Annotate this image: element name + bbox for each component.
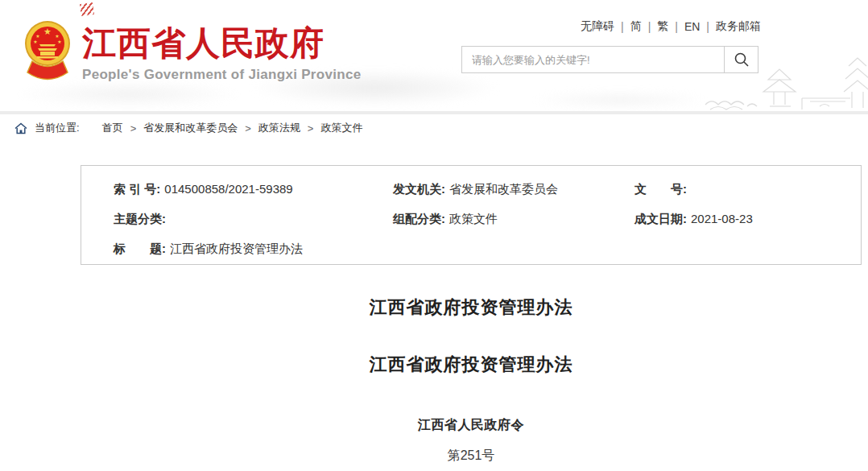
- svg-text:★: ★: [35, 34, 39, 39]
- search-box: [461, 46, 758, 73]
- breadcrumb-separator: >: [130, 122, 137, 134]
- document-body-title: 江西省政府投资管理办法: [81, 353, 862, 377]
- meta-topic-category: 主题分类:: [114, 212, 393, 227]
- site-subtitle: People's Government of Jiangxi Province: [82, 67, 361, 83]
- document-title: 江西省政府投资管理办法: [81, 295, 862, 320]
- decree-number: 第251号: [81, 448, 862, 465]
- national-emblem-icon: ★ ★ ★ ★ ★: [24, 19, 71, 85]
- breadcrumb-label: 当前位置:: [35, 121, 80, 135]
- meta-row: 索 引 号: 014500858/2021-59389 发文机关: 省发展和改革…: [114, 175, 861, 205]
- site-title: 江西省人民政府: [82, 26, 361, 61]
- mountain-mist-art: [531, 90, 709, 109]
- svg-text:★: ★: [43, 27, 52, 36]
- breadcrumb-item-ndrc[interactable]: 省发展和改革委员会: [143, 121, 238, 135]
- link-english[interactable]: EN: [684, 20, 700, 33]
- breadcrumb-separator: >: [308, 122, 314, 134]
- breadcrumb-item-home[interactable]: 首页: [102, 121, 123, 135]
- meta-row: 主题分类: 组配分类: 政策文件 成文日期: 2021-08-23: [114, 205, 861, 234]
- meta-issue-date: 成文日期: 2021-08-23: [634, 212, 861, 227]
- breadcrumb: 当前位置: 首页 > 省发展和改革委员会 > 政策法规 > 政策文件: [0, 114, 868, 142]
- search-icon: [734, 52, 750, 68]
- link-accessibility[interactable]: 无障碍: [581, 19, 614, 34]
- link-separator: |: [621, 20, 624, 33]
- document-meta-table: 索 引 号: 014500858/2021-59389 发文机关: 省发展和改革…: [81, 165, 862, 265]
- link-gov-mail[interactable]: 政务邮箱: [716, 19, 761, 34]
- home-icon[interactable]: [14, 122, 27, 134]
- link-separator: |: [706, 20, 709, 33]
- breadcrumb-item-policy-docs[interactable]: 政策文件: [320, 121, 362, 135]
- search-button[interactable]: [724, 47, 758, 72]
- meta-title: 标 题: 江西省政府投资管理办法: [114, 242, 303, 257]
- link-separator: |: [675, 20, 678, 33]
- red-decor-fleck: [80, 2, 94, 16]
- svg-text:★: ★: [33, 39, 37, 44]
- site-logo[interactable]: ★ ★ ★ ★ ★ 江西省人民政府 People's Government of…: [24, 19, 361, 85]
- meta-index-number: 索 引 号: 014500858/2021-59389: [114, 182, 393, 197]
- meta-doc-number: 文 号:: [634, 182, 861, 197]
- svg-text:★: ★: [57, 39, 61, 44]
- svg-text:★: ★: [55, 34, 59, 39]
- meta-issuing-agency: 发文机关: 省发展和改革委员会: [393, 182, 634, 197]
- link-simplified-chinese[interactable]: 简: [630, 19, 642, 34]
- top-utility-links: 无障碍 | 简 | 繁 | EN | 政务邮箱: [581, 19, 761, 34]
- link-traditional-chinese[interactable]: 繁: [657, 19, 668, 34]
- link-separator: |: [648, 20, 651, 33]
- search-input[interactable]: [462, 47, 724, 72]
- meta-row: 标 题: 江西省政府投资管理办法: [114, 234, 861, 264]
- breadcrumb-item-policies[interactable]: 政策法规: [258, 121, 300, 135]
- site-header: ★ ★ ★ ★ ★ 江西省人民政府 People's Government of…: [0, 0, 868, 111]
- breadcrumb-separator: >: [245, 122, 251, 134]
- decree-issuer: 江西省人民政府令: [81, 417, 862, 434]
- meta-group-category: 组配分类: 政策文件: [393, 212, 634, 227]
